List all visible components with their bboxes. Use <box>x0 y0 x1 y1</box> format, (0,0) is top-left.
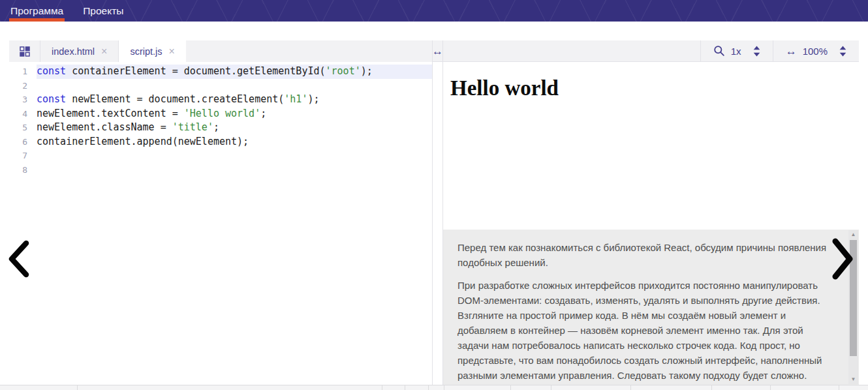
code-line-content[interactable]: const containerElement = document.getEle… <box>37 65 432 79</box>
close-icon[interactable]: × <box>101 46 107 57</box>
instructions-text: Перед тем как познакомиться с библиотеко… <box>457 240 833 383</box>
code-token: containerElement.append(newElement); <box>37 136 249 147</box>
width-icon: ↔ <box>786 46 797 57</box>
code-token: ); <box>361 65 373 77</box>
code-token: 'root' <box>326 65 361 77</box>
chevron-right-icon <box>831 238 855 280</box>
scroll-down-icon[interactable]: ▼ <box>848 375 858 384</box>
bottom-toolbar-cutoff <box>0 385 868 390</box>
code-line[interactable]: 1const containerElement = document.getEl… <box>9 65 432 79</box>
code-line[interactable]: 3const newElement = document.createEleme… <box>9 93 432 107</box>
zoom-control[interactable]: 1x <box>700 40 773 61</box>
code-token: containerElement = document.getElementBy… <box>66 65 325 77</box>
line-number: 1 <box>9 65 37 79</box>
code-line-content[interactable]: const newElement = document.createElemen… <box>37 93 432 107</box>
code-line[interactable]: 5newElement.className = 'title'; <box>9 121 432 135</box>
viewport-width-control[interactable]: ↔ 100% <box>773 40 859 61</box>
panel-splitter[interactable]: ↔ <box>432 40 443 385</box>
close-icon[interactable]: × <box>169 46 175 57</box>
editor-tab[interactable]: script.js× <box>119 40 186 62</box>
code-token: 'h1' <box>284 93 307 105</box>
code-line-content[interactable] <box>37 79 432 93</box>
preview-toolbar: 1x ↔ 100% <box>443 40 859 62</box>
preview-panel: 1x ↔ 100% Hell <box>443 40 859 385</box>
line-number: 8 <box>9 163 37 177</box>
code-line-content[interactable]: newElement.className = 'title'; <box>37 121 432 135</box>
zoom-value: 1x <box>731 46 741 57</box>
instruction-paragraph: При разработке сложных интерфейсов прихо… <box>457 278 833 383</box>
grid-icon <box>20 46 30 57</box>
preview-heading: Hello world <box>450 76 859 100</box>
browser-preview: Hello world <box>443 62 859 230</box>
prev-step-button[interactable] <box>4 239 33 279</box>
workspace: index.html×script.js× 1const containerEl… <box>9 40 859 385</box>
code-line[interactable]: 8 <box>9 163 432 177</box>
tab-label: index.html <box>52 46 95 57</box>
zoom-stepper[interactable] <box>753 46 760 57</box>
code-token: ; <box>213 121 219 133</box>
code-token: ); <box>307 93 319 105</box>
code-token: newElement.className = <box>37 121 172 133</box>
line-number: 4 <box>9 107 37 121</box>
code-line-content[interactable]: newElement.textContent = 'Hello world'; <box>37 107 432 121</box>
editor-tab[interactable]: index.html× <box>40 40 119 62</box>
instruction-paragraph: Перед тем как познакомиться с библиотеко… <box>457 240 833 270</box>
code-token: const <box>37 93 66 105</box>
code-line-content[interactable]: containerElement.append(newElement); <box>37 135 432 149</box>
next-step-button[interactable] <box>829 239 858 279</box>
resize-horizontal-icon: ↔ <box>432 46 443 57</box>
line-number: 3 <box>9 93 37 107</box>
line-number: 2 <box>9 79 37 93</box>
line-number: 7 <box>9 149 37 163</box>
line-number: 6 <box>9 135 37 149</box>
nav-item[interactable]: Программа <box>9 0 65 22</box>
code-token: const <box>37 65 66 77</box>
lesson-instructions-panel: Перед тем как познакомиться с библиотеко… <box>443 230 859 385</box>
code-token: ; <box>260 108 266 119</box>
code-token: 'Hello world' <box>184 108 260 119</box>
viewport-width-value: 100% <box>803 46 828 57</box>
code-line-content[interactable] <box>37 163 432 177</box>
nav-item[interactable]: Проекты <box>82 0 125 22</box>
code-line[interactable]: 6containerElement.append(newElement); <box>9 135 432 149</box>
splitter-handle[interactable]: ↔ <box>433 40 442 62</box>
code-editor-panel: index.html×script.js× 1const containerEl… <box>9 40 432 385</box>
code-line-content[interactable] <box>37 149 432 163</box>
top-navbar: ПрограммаПроекты <box>0 0 868 22</box>
code-line[interactable]: 4newElement.textContent = 'Hello world'; <box>9 107 432 121</box>
code-token: newElement.textContent = <box>37 108 184 119</box>
magnifier-icon <box>713 45 725 57</box>
code-token: 'title' <box>172 121 213 133</box>
tab-label: script.js <box>130 46 162 57</box>
line-number: 5 <box>9 121 37 135</box>
file-grid-button[interactable] <box>9 40 40 62</box>
width-stepper[interactable] <box>839 46 846 57</box>
editor-tabbar: index.html×script.js× <box>9 40 432 62</box>
chevron-left-icon <box>7 240 30 278</box>
code-token: newElement = document.createElement( <box>66 93 284 105</box>
code-line[interactable]: 2 <box>9 79 432 93</box>
code-line[interactable]: 7 <box>9 149 432 163</box>
code-area[interactable]: 1const containerElement = document.getEl… <box>9 62 432 385</box>
